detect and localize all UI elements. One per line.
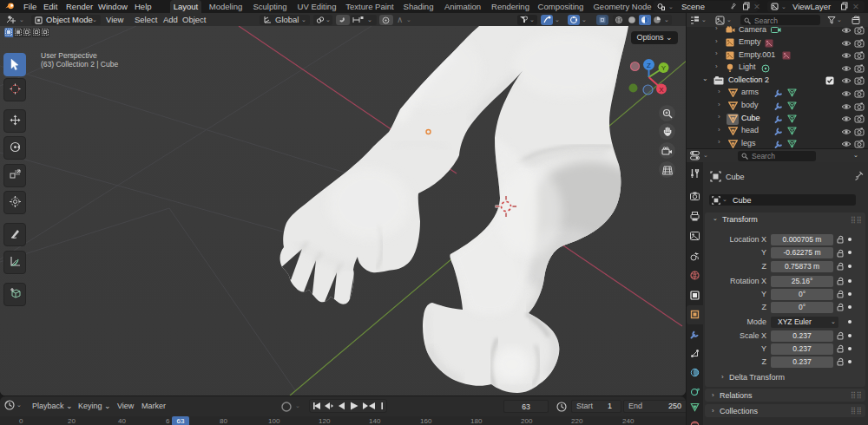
svg-text:Z: Z xyxy=(647,62,651,69)
svg-text:Y: Y xyxy=(661,64,667,72)
svg-text:X: X xyxy=(659,86,664,94)
